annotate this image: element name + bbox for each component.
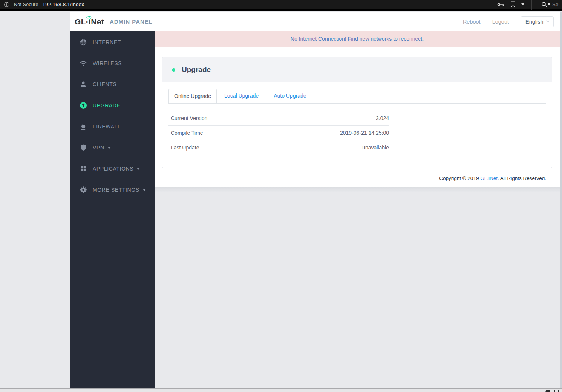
copyright-suffix: . All Rights Reserved. (498, 175, 546, 181)
gear-icon (80, 186, 87, 194)
row-value: unavailable (362, 145, 389, 151)
window-icon[interactable] (554, 390, 559, 392)
browser-toolbar: Not Secure 192.168.8.1/index (0, 0, 562, 11)
sidebar-item-wireless[interactable]: WIRELESS (70, 53, 155, 74)
sidebar-item-vpn[interactable]: VPN (70, 137, 155, 158)
sidebar-nav: INTERNET WIRELESS CLIENTS UPGRAD (70, 31, 155, 388)
copyright-prefix: Copyright © 2019 (439, 175, 480, 181)
sidebar-item-label: INTERNET (93, 39, 121, 45)
globe-icon (80, 38, 87, 46)
row-label: Compile Time (171, 130, 203, 136)
language-select[interactable]: English (521, 16, 554, 27)
bottom-status-strip (0, 388, 562, 392)
toolbar-chevron-down-icon[interactable] (521, 3, 524, 5)
tab-local-upgrade[interactable]: Local Upgrade (217, 89, 266, 103)
wifi-arcs-icon (86, 15, 93, 21)
gear-icon[interactable] (545, 390, 550, 392)
language-selected-value: English (525, 19, 544, 25)
content-background (155, 187, 560, 388)
security-label[interactable]: Not Secure (14, 2, 38, 7)
alert-link[interactable]: No Internet Connection! Find new network… (291, 36, 424, 42)
sidebar-item-label: WIRELESS (93, 60, 122, 66)
row-label: Last Update (171, 145, 199, 151)
user-icon (80, 81, 87, 88)
copyright: Copyright © 2019 GL.iNet. All Rights Res… (162, 175, 546, 181)
sidebar-item-upgrade[interactable]: UPGRADE (70, 95, 155, 116)
toolbar-divider (531, 0, 532, 10)
sidebar-item-label: UPGRADE (93, 102, 120, 108)
alert-banner: No Internet Connection! Find new network… (155, 31, 560, 47)
info-icon[interactable] (4, 2, 10, 8)
sidebar-item-label: FIREWALL (93, 124, 121, 130)
search-input[interactable] (552, 2, 560, 7)
wifi-icon (80, 59, 87, 67)
chevron-down-icon (108, 147, 111, 149)
grid-icon (80, 165, 87, 172)
chevron-down-icon (143, 189, 146, 191)
sidebar-item-clients[interactable]: CLIENTS (70, 74, 155, 95)
sidebar-item-label: MORE SETTINGS (93, 187, 139, 193)
scrollbar[interactable] (560, 12, 562, 388)
sidebar-item-applications[interactable]: APPLICATIONS (70, 158, 155, 179)
table-row: Compile Time 2019-06-21 14:25:00 (168, 126, 389, 140)
shield-icon (80, 144, 87, 151)
version-info-table: Current Version 3.024 Compile Time 2019-… (168, 111, 389, 155)
upgrade-card: Upgrade Online Upgrade Local Upgrade Aut… (162, 57, 552, 168)
row-value: 2019-06-21 14:25:00 (340, 130, 389, 136)
card-header: Upgrade (162, 57, 552, 82)
tab-online-upgrade[interactable]: Online Upgrade (168, 89, 217, 103)
search-icon[interactable] (541, 2, 550, 8)
main-content: No Internet Connection! Find new network… (155, 31, 560, 388)
reboot-button[interactable]: Reboot (463, 19, 481, 25)
glinet-logo: GL·iNet (75, 17, 104, 26)
tab-auto-upgrade[interactable]: Auto Upgrade (266, 89, 314, 103)
table-row: Current Version 3.024 (168, 111, 389, 126)
brand-link[interactable]: GL.iNet (480, 175, 498, 181)
sidebar-item-firewall[interactable]: FIREWALL (70, 116, 155, 137)
sidebar-item-internet[interactable]: INTERNET (70, 32, 155, 53)
sidebar-item-label: CLIENTS (93, 81, 116, 87)
sidebar-item-more-settings[interactable]: MORE SETTINGS (70, 179, 155, 200)
address-bar-url[interactable]: 192.168.8.1/index (43, 2, 84, 7)
key-icon[interactable] (497, 2, 505, 7)
app-header: GL·iNet ADMIN PANEL Reboot Logout Englis… (70, 12, 560, 31)
bookmark-icon[interactable] (510, 1, 516, 8)
row-label: Current Version (171, 115, 207, 121)
flame-icon (80, 123, 87, 130)
sidebar-item-label: VPN (93, 145, 104, 151)
page-title: Upgrade (182, 66, 211, 74)
sidebar-item-label: APPLICATIONS (93, 166, 133, 172)
row-value: 3.024 (376, 115, 389, 121)
upgrade-circle-arrow-icon (80, 102, 87, 109)
admin-panel-label: ADMIN PANEL (110, 18, 153, 25)
status-dot (172, 68, 175, 72)
table-row: Last Update unavailable (168, 140, 389, 155)
chevron-down-icon (547, 19, 550, 23)
logout-button[interactable]: Logout (492, 19, 509, 25)
upgrade-tabs: Online Upgrade Local Upgrade Auto Upgrad… (168, 89, 546, 104)
chevron-down-icon (137, 168, 140, 170)
